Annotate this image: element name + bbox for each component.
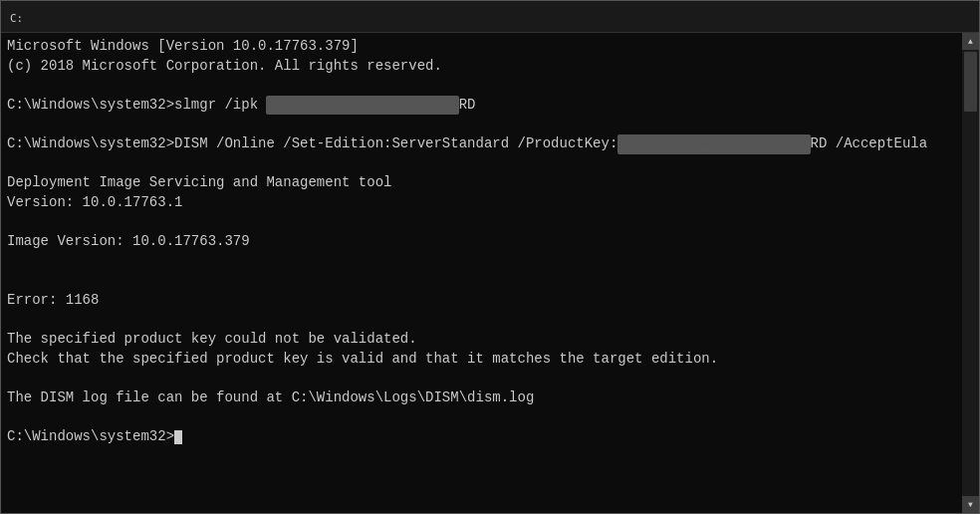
- terminal-line: [7, 271, 956, 291]
- terminal-line: C:\Windows\system32>: [7, 427, 956, 447]
- terminal-line: [7, 76, 956, 96]
- svg-text:C:: C:: [10, 12, 23, 25]
- terminal-line: Image Version: 10.0.17763.379: [7, 232, 956, 252]
- terminal-line: Error: 1168: [7, 291, 956, 311]
- scroll-up-arrow[interactable]: ▲: [962, 33, 979, 50]
- scroll-track[interactable]: [962, 50, 979, 496]
- scroll-thumb[interactable]: [964, 52, 977, 112]
- terminal-line: The DISM log file can be found at C:\Win…: [7, 388, 956, 408]
- terminal-line: C:\Windows\system32>slmgr /ipk XXXXX-XXX…: [7, 96, 956, 116]
- cmd-icon: C:: [9, 9, 25, 25]
- terminal-line: C:\Windows\system32>DISM /Online /Set-Ed…: [7, 134, 956, 154]
- redacted-text: XXXXX-XXXXX-XXXXX-XXXXX: [266, 96, 458, 116]
- cursor-blink: [174, 430, 182, 444]
- scrollbar[interactable]: ▲ ▼: [962, 33, 979, 513]
- terminal-line: [7, 212, 956, 232]
- terminal-line: The specified product key could not be v…: [7, 330, 956, 350]
- cmd-window: C: Microsoft Windows [Version 10.0.17763…: [0, 0, 980, 514]
- terminal-line: [7, 252, 956, 272]
- terminal-line: Deployment Image Servicing and Managemen…: [7, 173, 956, 193]
- terminal-line: Version: 10.0.17763.1: [7, 193, 956, 213]
- content-area: Microsoft Windows [Version 10.0.17763.37…: [1, 33, 979, 513]
- terminal-line: [7, 407, 956, 427]
- terminal-line: [7, 369, 956, 388]
- window-controls: [834, 1, 971, 33]
- titlebar: C:: [1, 1, 979, 33]
- terminal-line: (c) 2018 Microsoft Corporation. All righ…: [7, 57, 956, 77]
- terminal-line: [7, 154, 956, 174]
- minimize-button[interactable]: [834, 1, 879, 33]
- close-button[interactable]: [925, 1, 971, 33]
- terminal-line: [7, 310, 956, 330]
- scroll-down-arrow[interactable]: ▼: [962, 496, 979, 513]
- terminal-output[interactable]: Microsoft Windows [Version 10.0.17763.37…: [1, 33, 962, 513]
- terminal-line: Microsoft Windows [Version 10.0.17763.37…: [7, 37, 956, 57]
- maximize-button[interactable]: [879, 1, 925, 33]
- terminal-line: Check that the specified product key is …: [7, 350, 956, 370]
- redacted-text: XXXXX-XXXXX-XXXXX-XXXXX: [617, 134, 810, 154]
- terminal-line: [7, 115, 956, 134]
